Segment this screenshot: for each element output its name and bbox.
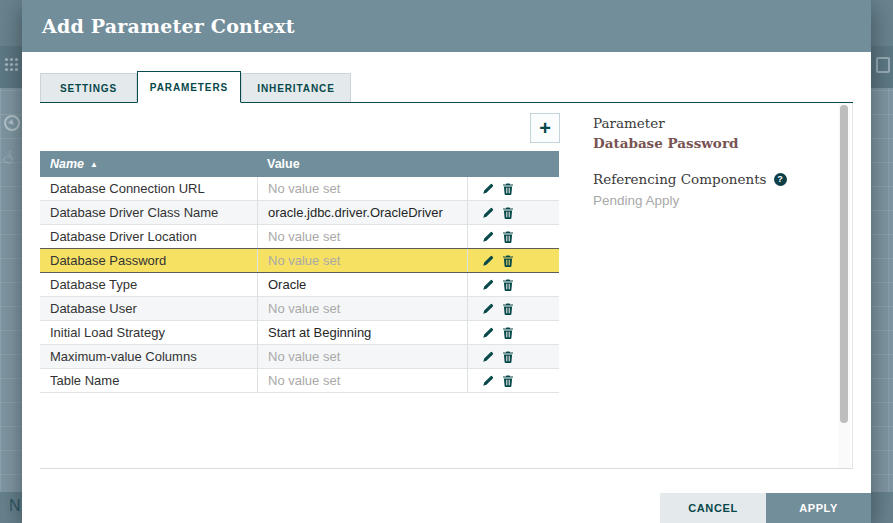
parameter-value-cell: No value set	[257, 249, 467, 272]
delete-trash-icon[interactable]	[502, 350, 515, 363]
dialog-title: Add Parameter Context	[22, 15, 295, 37]
parameter-value-cell: No value set	[257, 345, 467, 368]
referencing-components-text: Referencing Components	[593, 171, 767, 187]
referencing-components-label: Referencing Components ?	[593, 171, 853, 187]
add-parameter-button[interactable]: +	[530, 113, 560, 143]
scrollbar-track[interactable]	[838, 103, 850, 468]
edit-pencil-icon[interactable]	[482, 302, 495, 315]
table-row[interactable]: Database Type Oracle	[40, 273, 559, 297]
parameter-name-cell: Database Password	[40, 249, 257, 272]
parameter-table-header: Name▲ Value	[40, 151, 559, 177]
parameter-value-cell: No value set	[257, 369, 467, 392]
dialog-header: Add Parameter Context	[22, 0, 871, 52]
breadcrumb: N	[9, 497, 21, 515]
parameter-value-cell: oracle.jdbc.driver.OracleDriver	[257, 201, 467, 224]
delete-trash-icon[interactable]	[502, 254, 515, 267]
parameter-name-cell: Database Connection URL	[40, 177, 257, 200]
row-actions	[467, 177, 559, 200]
table-row[interactable]: Database Driver Location No value set	[40, 225, 559, 249]
delete-trash-icon[interactable]	[502, 206, 515, 219]
column-header-name-label: Name	[50, 157, 84, 171]
tab-inheritance[interactable]: INHERITANCE	[241, 73, 351, 102]
delete-trash-icon[interactable]	[502, 278, 515, 291]
row-actions	[467, 249, 559, 272]
delete-trash-icon[interactable]	[502, 374, 515, 387]
edit-pencil-icon[interactable]	[482, 326, 495, 339]
table-row[interactable]: Maximum-value Columns No value set	[40, 345, 559, 369]
row-actions	[467, 297, 559, 320]
parameter-detail-panel: Parameter Database Password Referencing …	[593, 115, 853, 208]
delete-trash-icon[interactable]	[502, 182, 515, 195]
parameter-name-cell: Initial Load Strategy	[40, 321, 257, 344]
tab-settings[interactable]: SETTINGS	[40, 73, 137, 102]
parameter-value-cell: No value set	[257, 297, 467, 320]
delete-trash-icon[interactable]	[502, 302, 515, 315]
table-row[interactable]: Database Password No value set	[40, 248, 559, 273]
selected-parameter-name: Database Password	[593, 135, 853, 151]
edit-pencil-icon[interactable]	[482, 206, 495, 219]
tab-bar: SETTINGS PARAMETERS INHERITANCE	[40, 72, 853, 103]
parameter-name-cell: Table Name	[40, 369, 257, 392]
parameter-name-cell: Database User	[40, 297, 257, 320]
row-actions	[467, 273, 559, 296]
pan-hand-icon: ☞	[0, 145, 23, 170]
table-row[interactable]: Initial Load Strategy Start at Beginning	[40, 321, 559, 345]
parameter-name-cell: Database Driver Location	[40, 225, 257, 248]
dots-grid-icon	[4, 57, 19, 72]
parameter-name-cell: Database Driver Class Name	[40, 201, 257, 224]
edit-pencil-icon[interactable]	[482, 350, 495, 363]
delete-trash-icon[interactable]	[502, 326, 515, 339]
scrollbar-thumb[interactable]	[840, 105, 848, 423]
parameter-name-cell: Maximum-value Columns	[40, 345, 257, 368]
label-tool-icon	[876, 57, 890, 73]
apply-button[interactable]: APPLY	[766, 493, 871, 523]
edit-pencil-icon[interactable]	[482, 254, 495, 267]
sort-ascending-icon: ▲	[90, 160, 98, 169]
row-actions	[467, 201, 559, 224]
edit-pencil-icon[interactable]	[482, 182, 495, 195]
column-header-value[interactable]: Value	[257, 157, 559, 171]
row-actions	[467, 345, 559, 368]
referencing-components-status: Pending Apply	[593, 193, 853, 208]
parameter-value-cell: Start at Beginning	[257, 321, 467, 344]
row-actions	[467, 225, 559, 248]
cancel-button[interactable]: CANCEL	[660, 493, 766, 523]
parameter-value-cell: Oracle	[257, 273, 467, 296]
add-parameter-context-dialog: Add Parameter Context SETTINGS PARAMETER…	[22, 0, 871, 523]
parameter-value-cell: No value set	[257, 177, 467, 200]
help-icon[interactable]: ?	[774, 173, 787, 186]
edit-pencil-icon[interactable]	[482, 374, 495, 387]
table-row[interactable]: Table Name No value set	[40, 369, 559, 393]
row-actions	[467, 321, 559, 344]
parameter-label: Parameter	[593, 115, 853, 131]
parameter-table-body: Database Connection URL No value set Dat…	[40, 177, 559, 393]
tab-parameters[interactable]: PARAMETERS	[137, 71, 241, 103]
row-actions	[467, 369, 559, 392]
table-row[interactable]: Database Driver Class Name oracle.jdbc.d…	[40, 201, 559, 225]
table-row[interactable]: Database User No value set	[40, 297, 559, 321]
edit-pencil-icon[interactable]	[482, 278, 495, 291]
column-header-name[interactable]: Name▲	[40, 157, 257, 171]
compass-icon	[3, 114, 21, 132]
parameter-name-cell: Database Type	[40, 273, 257, 296]
parameters-tab-content: + Name▲ Value Database Connection URL No…	[40, 103, 853, 469]
delete-trash-icon[interactable]	[502, 230, 515, 243]
parameter-table: Name▲ Value Database Connection URL No v…	[40, 151, 559, 393]
table-row[interactable]: Database Connection URL No value set	[40, 177, 559, 201]
parameter-value-cell: No value set	[257, 225, 467, 248]
edit-pencil-icon[interactable]	[482, 230, 495, 243]
